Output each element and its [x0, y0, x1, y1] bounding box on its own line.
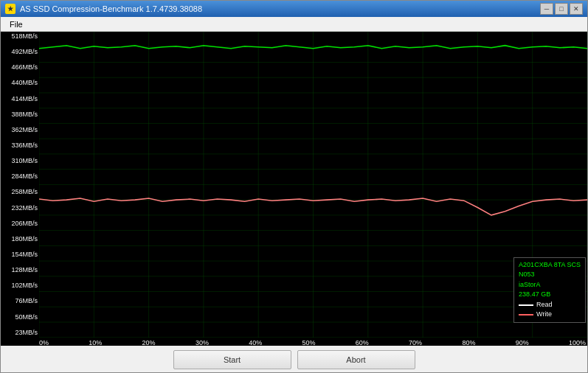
- legend-write: Write: [519, 310, 581, 320]
- y-label-20: 23MB/s: [4, 330, 38, 336]
- y-label-10: 284MB/s: [4, 173, 38, 180]
- x-label-100: 100%: [569, 339, 586, 346]
- file-menu[interactable]: File: [5, 19, 27, 29]
- y-label-15: 154MB/s: [4, 251, 38, 258]
- write-line-indicator: [519, 314, 533, 316]
- x-label-80: 80%: [462, 339, 475, 346]
- start-button[interactable]: Start: [173, 350, 291, 369]
- x-label-90: 90%: [516, 339, 529, 346]
- x-axis: 0% 10% 20% 30% 40% 50% 60% 70% 80% 90% 1…: [39, 338, 587, 346]
- y-label-9: 310MB/s: [4, 158, 38, 164]
- button-row: Start Abort: [1, 346, 587, 372]
- y-label-18: 76MB/s: [4, 298, 38, 304]
- y-label-17: 102MB/s: [4, 282, 38, 289]
- x-label-50: 50%: [302, 339, 315, 346]
- title-bar: ★ AS SSD Compression-Benchmark 1.7.4739.…: [1, 1, 587, 17]
- x-label-70: 70%: [409, 339, 422, 346]
- y-label-14: 180MB/s: [4, 236, 38, 243]
- main-window: ★ AS SSD Compression-Benchmark 1.7.4739.…: [0, 0, 588, 373]
- title-controls: ─ □ ✕: [540, 3, 583, 15]
- x-label-60: 60%: [356, 339, 369, 346]
- y-label-2: 492MB/s: [4, 49, 38, 55]
- close-button[interactable]: ✕: [570, 3, 583, 15]
- legend-driver: iaStorA: [519, 280, 581, 290]
- y-label-13: 206MB/s: [4, 220, 38, 227]
- chart-plot: A201CXBA 8TA SCS N053 iaStorA 238.47 GB …: [39, 32, 587, 338]
- chart-svg: [39, 32, 587, 338]
- y-label-3: 466MB/s: [4, 64, 38, 71]
- y-label-1: 518MB/s: [4, 33, 38, 40]
- y-label-11: 258MB/s: [4, 189, 38, 195]
- x-label-40: 40%: [249, 339, 262, 346]
- y-label-16: 128MB/s: [4, 267, 38, 273]
- x-label-30: 30%: [196, 339, 209, 346]
- y-label-4: 440MB/s: [4, 80, 38, 86]
- title-bar-left: ★ AS SSD Compression-Benchmark 1.7.4739.…: [5, 4, 202, 14]
- legend-model: N053: [519, 270, 581, 280]
- legend-box: A201CXBA 8TA SCS N053 iaStorA 238.47 GB …: [513, 257, 586, 323]
- abort-button[interactable]: Abort: [297, 350, 415, 369]
- minimize-button[interactable]: ─: [540, 3, 553, 15]
- read-line-indicator: [519, 304, 533, 306]
- maximize-button[interactable]: □: [555, 3, 568, 15]
- read-label: Read: [536, 300, 553, 310]
- x-label-10: 10%: [89, 339, 102, 346]
- window-title: AS SSD Compression-Benchmark 1.7.4739.38…: [20, 4, 202, 13]
- y-label-12: 232MB/s: [4, 205, 38, 212]
- y-label-8: 336MB/s: [4, 142, 38, 149]
- y-axis: 518MB/s 492MB/s 466MB/s 440MB/s 414MB/s …: [1, 32, 39, 338]
- x-label-0: 0%: [39, 339, 49, 346]
- y-label-19: 50MB/s: [4, 314, 38, 321]
- y-label-5: 414MB/s: [4, 96, 38, 102]
- legend-size: 238.47 GB: [519, 290, 581, 300]
- write-label: Write: [536, 310, 552, 320]
- x-label-20: 20%: [142, 339, 156, 346]
- legend-drive: A201CXBA 8TA SCS: [519, 260, 581, 271]
- x-axis-row: 0% 10% 20% 30% 40% 50% 60% 70% 80% 90% 1…: [1, 338, 587, 346]
- legend-read: Read: [519, 300, 581, 310]
- y-label-6: 388MB/s: [4, 111, 38, 118]
- menu-bar: File: [1, 17, 587, 32]
- y-label-7: 362MB/s: [4, 127, 38, 133]
- app-icon: ★: [5, 4, 15, 14]
